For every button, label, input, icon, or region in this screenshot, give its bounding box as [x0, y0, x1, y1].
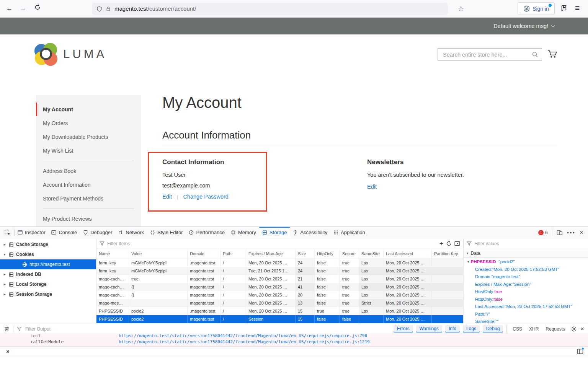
tab-console[interactable]: Console: [48, 227, 80, 238]
column-header-size[interactable]: Size: [296, 249, 315, 259]
storage-tree-item-cookies[interactable]: ▾Cookies: [0, 249, 96, 259]
notification-dot: [581, 347, 584, 350]
split-console-icon[interactable]: [577, 348, 583, 355]
column-header-partition-key[interactable]: Partition Key: [432, 249, 463, 259]
forward-icon[interactable]: →: [20, 5, 26, 12]
column-header-expires-max-age[interactable]: Expires / Max-Age: [246, 249, 296, 259]
search-icon[interactable]: [532, 51, 538, 58]
column-header-name[interactable]: Name: [96, 249, 129, 259]
chevron-down-icon[interactable]: [551, 23, 555, 27]
accessibility-icon: [293, 230, 298, 235]
application-icon: [333, 230, 338, 235]
storage-tree-item-session-storage[interactable]: ▸Session Storage: [0, 289, 96, 299]
data-section-header[interactable]: ▾ Data: [464, 249, 588, 257]
bookmark-star-icon[interactable]: ☆: [458, 5, 464, 13]
twisty-collapsed-icon[interactable]: ▸: [3, 272, 7, 276]
column-header-samesite[interactable]: SameSite: [359, 249, 384, 259]
console-filter-logs[interactable]: Logs: [463, 325, 480, 332]
storage-tree-item-https-magento-test[interactable]: https://magento.test: [0, 259, 96, 269]
cookie-row[interactable]: PHPSESSIDpocid2magento.test/Session15fal…: [96, 315, 463, 323]
reload-icon[interactable]: [34, 4, 41, 10]
column-header-value[interactable]: Value: [129, 249, 188, 259]
tab-application[interactable]: Application: [330, 227, 368, 238]
frame-source-link[interactable]: https://magento.test/static/version17580…: [119, 339, 370, 345]
cookie-row[interactable]: mage-cach…truemagento.test/Mon, 20 Oct 2…: [96, 275, 463, 283]
cookie-row[interactable]: mage-mes…magento.test/Mon, 20 Oct 2025 ……: [96, 299, 463, 307]
devtools-close-icon[interactable]: ×: [580, 229, 583, 236]
console-filter-warnings[interactable]: Warnings: [416, 325, 442, 332]
twisty-collapsed-icon[interactable]: ▸: [3, 243, 7, 246]
storage-tree-item-cache-storage[interactable]: ▸Cache Storage: [0, 240, 96, 249]
column-header-domain[interactable]: Domain: [188, 249, 220, 259]
column-header-secure[interactable]: Secure: [340, 249, 359, 259]
storage-tree-item-indexed-db[interactable]: ▸Indexed DB: [0, 269, 96, 279]
edit-contact-link[interactable]: Edit: [162, 194, 172, 200]
column-header-path[interactable]: Path: [220, 249, 246, 259]
twisty-expanded-icon[interactable]: ▾: [3, 253, 7, 256]
search-input[interactable]: [438, 52, 532, 58]
tab-style-editor[interactable]: Style Editor: [147, 227, 186, 238]
clear-console-icon[interactable]: [4, 326, 10, 332]
signin-button[interactable]: Sign in: [518, 2, 555, 15]
cookie-detail-key[interactable]: ▾PHPSESSID:"pocid2": [464, 258, 588, 266]
error-count-badge[interactable]: !6: [538, 230, 548, 235]
filter-output-input[interactable]: [25, 326, 390, 332]
frame-source-link[interactable]: https://magento.test/static/version17580…: [119, 334, 367, 339]
console-settings-gear-icon[interactable]: [571, 326, 577, 332]
tab-storage[interactable]: Storage: [259, 227, 290, 238]
tab-performance[interactable]: Performance: [186, 227, 227, 238]
sidebar-item-stored-payment-methods[interactable]: Stored Payment Methods: [36, 192, 141, 205]
error-icon: !: [538, 230, 544, 235]
console-filter-requests[interactable]: Requests: [543, 326, 567, 332]
cart-icon[interactable]: [547, 49, 558, 59]
sidebar-item-my-downloadable-products[interactable]: My Downloadable Products: [36, 130, 141, 144]
tab-debugger[interactable]: Debugger: [80, 227, 115, 238]
cookie-cell-partition-key: [432, 315, 463, 323]
column-header-httponly[interactable]: HttpOnly: [315, 249, 340, 259]
twisty-collapsed-icon[interactable]: ▸: [3, 292, 7, 296]
cookie-row[interactable]: mage-cach…{}magento.test/Mon, 20 Oct 202…: [96, 283, 463, 291]
twisty-collapsed-icon[interactable]: ▸: [3, 282, 7, 286]
cookie-row[interactable]: PHPSESSIDpocid2.magento.test/Mon, 20 Oct…: [96, 307, 463, 315]
change-password-link[interactable]: Change Password: [183, 194, 229, 200]
luma-logo[interactable]: [34, 43, 57, 66]
sidebar-item-my-account[interactable]: My Account: [36, 103, 141, 116]
tab-accessibility[interactable]: Accessibility: [290, 227, 330, 238]
cookie-row[interactable]: form_keymGMcFofvYi5zplpi.magento.test/Mo…: [96, 259, 463, 267]
sidebar-item-my-product-reviews[interactable]: My Product Reviews: [36, 212, 141, 226]
refresh-items-icon[interactable]: [446, 241, 452, 246]
tracking-shield-icon[interactable]: [96, 6, 102, 12]
console-filter-xhr[interactable]: XHR: [527, 326, 541, 332]
storage-tree-item-local-storage[interactable]: ▸Local Storage: [0, 279, 96, 289]
sidebar-item-my-wish-list[interactable]: My Wish List: [36, 144, 141, 158]
column-header-last-accessed[interactable]: Last Accessed: [384, 249, 432, 259]
console-prompt[interactable]: »: [0, 347, 588, 356]
add-item-icon[interactable]: +: [439, 240, 443, 247]
pick-element-icon[interactable]: [0, 230, 14, 236]
console-filter-errors[interactable]: Errors: [394, 325, 413, 332]
url-bar[interactable]: magento.test/customer/account/: [92, 3, 448, 15]
filter-items-input[interactable]: [107, 241, 437, 246]
lock-icon[interactable]: [106, 6, 111, 11]
sidebar-item-address-book[interactable]: Address Book: [36, 164, 141, 178]
tab-network[interactable]: Network: [115, 227, 147, 238]
sidebar-item-account-information[interactable]: Account Information: [36, 178, 141, 192]
console-filter-debug[interactable]: Debug: [483, 325, 503, 332]
back-icon[interactable]: ←: [6, 5, 13, 12]
console-filter-info[interactable]: Info: [445, 325, 460, 332]
sidebar-item-my-orders[interactable]: My Orders: [36, 116, 141, 130]
library-icon[interactable]: [560, 5, 567, 12]
cookie-row[interactable]: form_keymGMcFofvYi5zplpimagento.test/Tue…: [96, 267, 463, 275]
twisty-expanded-icon: ▾: [467, 251, 469, 255]
tab-memory[interactable]: Memory: [228, 227, 259, 238]
console-filter-css[interactable]: CSS: [510, 326, 524, 332]
devtools-menu-icon[interactable]: ●●●: [567, 231, 575, 235]
variables-view-icon[interactable]: [454, 241, 460, 246]
edit-newsletter-link[interactable]: Edit: [367, 184, 377, 190]
menu-hamburger-icon[interactable]: ≡: [575, 3, 580, 13]
responsive-design-mode-icon[interactable]: [557, 230, 563, 236]
cookie-row[interactable]: mage-cach…{}magento.test/Mon, 20 Oct 202…: [96, 291, 463, 299]
filter-values-input[interactable]: [474, 241, 585, 246]
console-close-icon[interactable]: ×: [580, 326, 584, 332]
tab-inspector[interactable]: Inspector: [15, 227, 48, 238]
